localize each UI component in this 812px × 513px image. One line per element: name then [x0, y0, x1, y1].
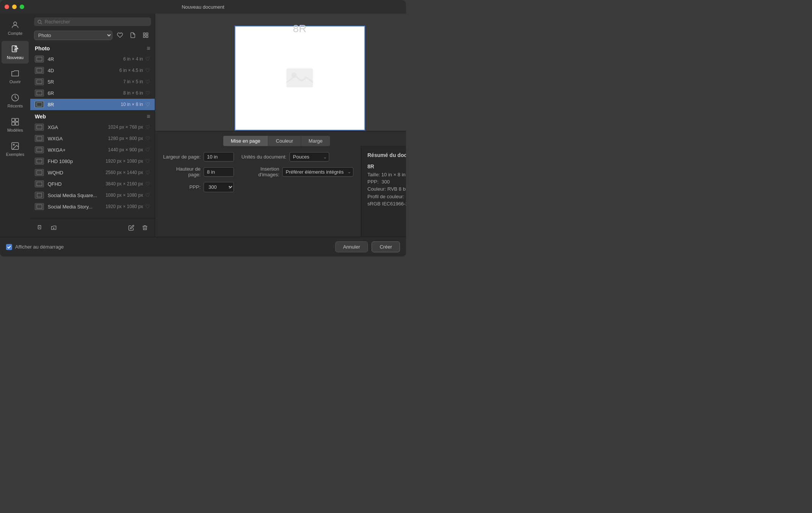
section-menu-icon-web[interactable]: ≡	[147, 113, 150, 120]
svg-rect-26	[37, 159, 42, 163]
add-folder-button[interactable]	[48, 222, 59, 233]
favorite-filter-button[interactable]	[115, 30, 125, 40]
tab-couleur[interactable]: Couleur	[268, 136, 301, 146]
favorite-4D[interactable]: ♡	[145, 67, 150, 73]
template-item-social-square[interactable]: Social Media Square... 1080 px × 1080 px…	[30, 190, 155, 201]
units-select[interactable]: Pouces Centimètres Millimètres Pixels	[289, 152, 329, 162]
delete-template-button[interactable]	[140, 222, 150, 233]
cancel-button[interactable]: Annuler	[335, 241, 368, 252]
edit-template-button[interactable]	[126, 222, 137, 233]
template-list: Photo ≡ 4R 6 in × 4 in ♡ 4D 6 in × 4.5 i…	[30, 42, 155, 218]
minimize-button[interactable]	[12, 5, 17, 9]
template-item-8R[interactable]: 8R 10 in × 8 in ♡	[30, 99, 155, 110]
favorite-XGA[interactable]: ♡	[145, 124, 150, 130]
favorite-FHD[interactable]: ♡	[145, 158, 150, 164]
heart-icon	[117, 32, 123, 38]
favorite-5R[interactable]: ♡	[145, 79, 150, 85]
new-doc-small-icon	[130, 32, 136, 38]
template-name-WXGA: WXGA	[48, 136, 108, 141]
sidebar-item-label-modeles: Modèles	[7, 128, 23, 132]
favorite-WQHD[interactable]: ♡	[145, 169, 150, 176]
template-icon-WXGA-plus	[35, 146, 44, 153]
svg-rect-36	[286, 68, 313, 87]
tab-marge[interactable]: Marge	[301, 136, 330, 146]
template-item-XGA[interactable]: XGA 1024 px × 768 px ♡	[30, 121, 155, 133]
favorite-4R[interactable]: ♡	[145, 56, 150, 62]
checkmark-icon	[7, 245, 11, 249]
search-input[interactable]	[45, 19, 148, 25]
template-name-social-story: Social Media Story...	[48, 204, 106, 210]
svg-point-12	[38, 20, 41, 23]
sidebar-item-exemples[interactable]: Exemples	[2, 138, 29, 160]
units-label: Unités du document:	[241, 154, 286, 160]
svg-rect-16	[143, 36, 145, 37]
page-height-input[interactable]	[204, 167, 234, 177]
template-item-6R[interactable]: 6R 8 in × 6 in ♡	[30, 87, 155, 99]
template-name-XGA: XGA	[48, 124, 108, 130]
close-button[interactable]	[5, 5, 9, 9]
action-bar: Afficher au démarrage Annuler Créer	[0, 237, 406, 256]
svg-rect-20	[37, 80, 42, 84]
browse-button[interactable]	[140, 30, 151, 40]
template-item-social-story[interactable]: Social Media Story... 1920 px × 1080 px …	[30, 201, 155, 212]
doc-title-label: 8R	[293, 23, 306, 35]
settings-area: Largeur de page: Hauteur de page: PPP:	[155, 146, 361, 237]
clock-icon	[11, 93, 20, 102]
search-input-wrap[interactable]	[34, 17, 151, 26]
template-icon-4D	[35, 67, 44, 74]
insertion-select[interactable]: Préférer éléments intégrés Toujours inco…	[282, 167, 353, 177]
template-item-QFHD[interactable]: QFHD 3840 px × 2160 px ♡	[30, 178, 155, 190]
template-item-WQHD[interactable]: WQHD 2560 px × 1440 px ♡	[30, 167, 155, 178]
template-icon-social-square	[35, 192, 44, 199]
sidebar-item-recents[interactable]: Récents	[2, 89, 29, 112]
favorite-6R[interactable]: ♡	[145, 90, 150, 96]
template-item-FHD[interactable]: FHD 1080p 1920 px × 1080 px ♡	[30, 155, 155, 167]
sidebar-item-ouvrir[interactable]: Ouvrir	[2, 65, 29, 88]
svg-rect-25	[37, 148, 42, 152]
template-item-5R[interactable]: 5R 7 in × 5 in ♡	[30, 76, 155, 87]
units-row: Unités du document: Pouces Centimètres M…	[241, 152, 353, 162]
svg-rect-23	[37, 125, 42, 129]
startup-checkbox[interactable]	[6, 244, 12, 250]
favorite-8R[interactable]: ♡	[145, 101, 150, 107]
grid-small-icon	[143, 32, 149, 38]
svg-point-0	[14, 22, 17, 25]
template-name-WXGA-plus: WXGA+	[48, 147, 108, 153]
sidebar-item-modeles[interactable]: Modèles	[2, 113, 29, 136]
template-item-WXGA[interactable]: WXGA 1280 px × 800 px ♡	[30, 133, 155, 144]
section-header-photo: Photo ≡	[30, 42, 155, 53]
template-size-WXGA-plus: 1440 px × 900 px	[108, 147, 143, 152]
content-area: 8R Mise en page Couleur Marge	[155, 14, 406, 237]
favorite-social-story[interactable]: ♡	[145, 204, 150, 210]
summary-profile-value: sRGB IEC61966-2.1	[367, 201, 406, 207]
favorite-WXGA[interactable]: ♡	[145, 135, 150, 141]
sidebar-item-label-compte: Compte	[8, 31, 23, 36]
favorite-social-square[interactable]: ♡	[145, 192, 150, 198]
sidebar-item-nouveau[interactable]: Nouveau	[2, 41, 29, 64]
summary-ppp: PPP: 300	[367, 179, 406, 185]
svg-rect-17	[146, 36, 148, 37]
template-item-4R[interactable]: 4R 6 in × 4 in ♡	[30, 53, 155, 65]
page-width-input[interactable]	[204, 152, 234, 162]
sidebar-item-compte[interactable]: Compte	[2, 17, 29, 39]
ppp-select[interactable]: 300 150 72	[204, 182, 234, 192]
tab-mise-en-page[interactable]: Mise en page	[223, 136, 268, 146]
add-template-button[interactable]	[35, 222, 45, 233]
template-item-4D[interactable]: 4D 6 in × 4.5 in ♡	[30, 65, 155, 76]
section-menu-icon-photo[interactable]: ≡	[147, 45, 150, 52]
page-height-row: Hauteur de page:	[163, 166, 234, 177]
template-name-8R: 8R	[48, 102, 121, 107]
new-template-button[interactable]	[128, 30, 138, 40]
favorite-WXGA-plus[interactable]: ♡	[145, 147, 150, 153]
maximize-button[interactable]	[20, 5, 24, 9]
favorite-QFHD[interactable]: ♡	[145, 181, 150, 187]
template-icon-4R	[35, 56, 44, 62]
category-select[interactable]: Photo Web Impression Vidéo	[34, 31, 112, 40]
template-size-social-story: 1920 px × 1080 px	[106, 204, 143, 209]
ppp-row: PPP: 300 150 72	[163, 182, 234, 192]
new-doc-icon	[11, 45, 20, 54]
startup-check[interactable]: Afficher au démarrage	[6, 244, 64, 250]
template-item-WXGA-plus[interactable]: WXGA+ 1440 px × 900 px ♡	[30, 144, 155, 155]
create-button[interactable]: Créer	[372, 241, 400, 252]
person-icon	[11, 20, 20, 30]
